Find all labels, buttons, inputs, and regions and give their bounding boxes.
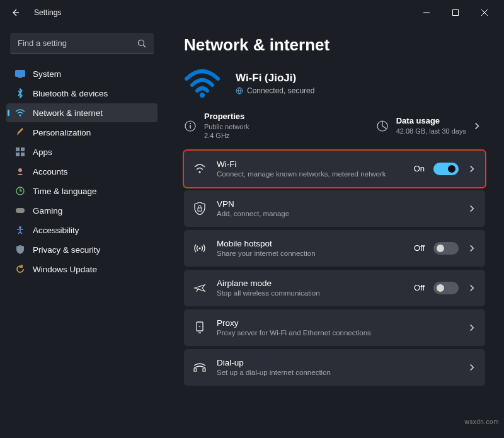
- svg-rect-1: [453, 10, 459, 16]
- wifi-name: Wi-Fi (JioJi): [236, 72, 314, 84]
- airplane-toggle[interactable]: [433, 282, 459, 294]
- proxy-icon: [193, 321, 207, 335]
- toggle-state: On: [414, 164, 425, 173]
- sidebar-item-label: Bluetooth & devices: [33, 89, 108, 98]
- card-sub: Connect, manage known networks, metered …: [217, 170, 404, 178]
- sidebar-item-personalization[interactable]: Personalization: [6, 123, 158, 142]
- hotspot-icon: [193, 241, 207, 255]
- svg-rect-24: [198, 208, 202, 211]
- sidebar-item-label: Personalization: [33, 128, 91, 137]
- sidebar-item-gaming[interactable]: Gaming: [6, 201, 158, 220]
- maximize-button[interactable]: [441, 3, 470, 23]
- card-title: Mobile hotspot: [217, 239, 404, 248]
- sidebar-item-label: Accounts: [33, 167, 68, 176]
- app-title: Settings: [34, 8, 61, 17]
- close-button[interactable]: [470, 3, 499, 23]
- wifi-banner: Wi-Fi (JioJi) Connected, secured: [184, 69, 485, 98]
- watermark: wsxdn.com: [464, 418, 499, 425]
- data-usage-link[interactable]: Data usage 42.08 GB, last 30 days: [376, 116, 466, 135]
- card-wifi[interactable]: Wi-Fi Connect, manage known networks, me…: [184, 151, 485, 187]
- chevron-right-icon: [472, 122, 481, 130]
- data-usage-sub: 42.08 GB, last 30 days: [396, 127, 466, 135]
- card-dialup[interactable]: Dial-up Set up a dial-up internet connec…: [184, 349, 485, 386]
- card-proxy[interactable]: Proxy Proxy server for Wi-Fi and Etherne…: [184, 309, 485, 346]
- sidebar-item-time[interactable]: Time & language: [6, 182, 158, 200]
- system-icon: [15, 69, 25, 79]
- update-icon: [15, 264, 25, 274]
- svg-rect-29: [203, 369, 205, 371]
- svg-rect-12: [21, 153, 25, 156]
- sidebar-item-label: System: [33, 69, 61, 79]
- svg-point-4: [139, 40, 144, 45]
- chevron-right-icon: [467, 284, 476, 292]
- shield-icon: [15, 245, 25, 255]
- chevron-right-icon: [467, 323, 476, 332]
- properties-link[interactable]: Properties Public network 2.4 GHz: [184, 112, 370, 141]
- dialup-icon: [193, 360, 207, 374]
- sidebar-item-system[interactable]: System: [6, 64, 158, 83]
- hotspot-toggle[interactable]: [433, 242, 459, 255]
- svg-point-16: [19, 226, 21, 229]
- card-airplane[interactable]: Airplane mode Stop all wireless communic…: [184, 270, 485, 306]
- page-title: Network & internet: [184, 35, 485, 55]
- sidebar-item-update[interactable]: Windows Update: [6, 260, 158, 279]
- svg-point-17: [200, 93, 205, 98]
- sidebar-item-label: Accessibility: [33, 226, 79, 235]
- apps-icon: [15, 147, 25, 157]
- sidebar-item-label: Network & internet: [33, 108, 103, 118]
- shield-lock-icon: [193, 202, 207, 216]
- svg-point-23: [198, 171, 200, 173]
- sidebar-item-accounts[interactable]: Accounts: [6, 162, 158, 181]
- card-hotspot[interactable]: Mobile hotspot Share your internet conne…: [184, 230, 485, 267]
- content: Network & internet Wi-Fi (JioJi) Connect…: [164, 25, 504, 438]
- svg-rect-9: [16, 147, 20, 151]
- svg-point-25: [198, 247, 200, 249]
- sidebar-item-accessibility[interactable]: Accessibility: [6, 221, 158, 239]
- card-vpn[interactable]: VPN Add, connect, manage: [184, 190, 485, 227]
- svg-rect-11: [16, 153, 20, 156]
- svg-rect-6: [16, 70, 25, 76]
- accounts-icon: [15, 166, 25, 176]
- search-icon: [137, 39, 146, 48]
- sidebar-item-network[interactable]: Network & internet: [6, 103, 158, 122]
- sidebar-item-label: Gaming: [33, 206, 62, 216]
- sidebar-item-privacy[interactable]: Privacy & security: [6, 240, 158, 259]
- bluetooth-icon: [15, 88, 25, 98]
- wifi-status-text: Connected, secured: [247, 86, 314, 95]
- card-title: Dial-up: [217, 358, 457, 367]
- back-button[interactable]: [9, 6, 21, 19]
- chevron-right-icon: [467, 204, 476, 213]
- sidebar-item-bluetooth[interactable]: Bluetooth & devices: [6, 84, 158, 103]
- card-sub: Share your internet connection: [217, 250, 404, 257]
- minimize-button[interactable]: [412, 3, 441, 23]
- toggle-state: Off: [414, 283, 425, 292]
- svg-rect-10: [21, 147, 25, 151]
- card-sub: Stop all wireless communication: [217, 289, 404, 297]
- sidebar-item-label: Privacy & security: [33, 245, 100, 255]
- card-title: Airplane mode: [217, 279, 404, 288]
- sidebar-item-apps[interactable]: Apps: [6, 142, 158, 161]
- search-input[interactable]: Find a setting: [10, 33, 154, 54]
- clock-icon: [15, 186, 25, 196]
- back-arrow-icon: [11, 8, 20, 17]
- search-placeholder: Find a setting: [18, 38, 137, 48]
- wifi-icon: [15, 108, 25, 118]
- card-sub: Set up a dial-up internet connection: [217, 369, 457, 376]
- chevron-right-icon: [467, 164, 476, 173]
- accessibility-icon: [15, 225, 25, 235]
- svg-rect-21: [190, 125, 191, 129]
- svg-point-27: [199, 326, 200, 327]
- card-title: Proxy: [217, 318, 457, 328]
- airplane-icon: [193, 281, 207, 295]
- sidebar-item-label: Time & language: [33, 187, 97, 196]
- sidebar-item-label: Apps: [33, 147, 52, 157]
- chart-icon: [376, 120, 389, 132]
- properties-sub: Public network 2.4 GHz: [204, 122, 249, 141]
- titlebar: Settings: [0, 0, 504, 25]
- card-title: VPN: [217, 199, 457, 209]
- toggle-state: Off: [414, 243, 425, 253]
- card-title: Wi-Fi: [217, 159, 404, 169]
- wifi-toggle[interactable]: [433, 163, 459, 175]
- svg-rect-28: [194, 369, 197, 371]
- svg-point-8: [20, 114, 21, 116]
